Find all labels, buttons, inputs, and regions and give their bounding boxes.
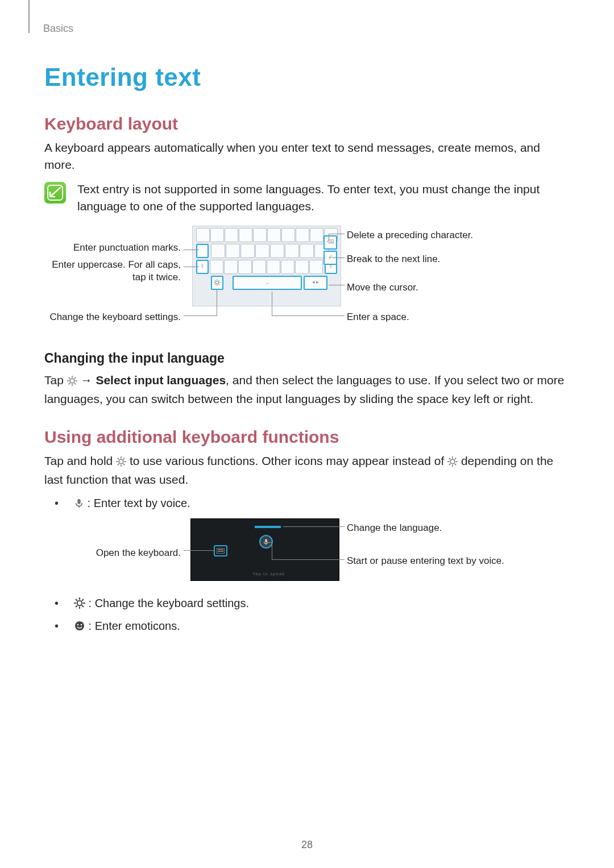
heading-change-input-language: Changing the input language [44,351,570,366]
callout-delete: Delete a preceding character. [347,229,506,242]
callout-change-language: Change the language. [347,522,495,534]
text-frag: to use various functions. Other icons ma… [130,454,447,467]
arrow: → [81,373,93,387]
keyboard-row [196,244,329,258]
callout-break: Break to the next line. [347,253,506,265]
callout-settings: Change the keyboard settings. [44,311,181,323]
svg-rect-15 [217,548,225,554]
key-cursor: ◂ ▸ [304,276,327,290]
key-delete: ⌫ [323,235,337,250]
list-item: : Change the keyboard settings. [44,595,570,614]
voice-box: Tap to speak [190,518,339,581]
voice-hint: Tap to speak [252,571,285,577]
callout-start-pause: Start or pause entering text by voice. [347,555,517,567]
callout-punctuation: Enter punctuation marks. [44,242,181,254]
callout-uppercase: Enter uppercase. For all caps, tap it tw… [44,259,181,284]
header-rule [28,0,30,33]
heading-keyboard-layout: Keyboard layout [44,114,570,134]
gear-icon [447,454,458,471]
keyboard-row [210,260,323,274]
gear-icon [74,596,85,614]
page-number: 28 [0,839,614,851]
note-text: Text entry is not supported in some lang… [77,181,570,215]
voice-mic-button [259,535,273,549]
bullet-text: : Enter text by voice. [88,497,190,509]
list-item: : Enter text by voice. [44,495,570,514]
key-punctuation [196,244,209,258]
callout-move: Move the cursor. [347,281,460,294]
note-icon [44,182,66,203]
gear-icon [67,373,77,391]
section-label: Basics [43,23,570,35]
paragraph-intro: A keyboard appears automatically when yo… [44,139,570,174]
text-bold: Select input languages [96,373,226,387]
keyboard-row [196,228,338,242]
gear-icon [116,454,126,471]
bullet-text: : Enter emoticons. [89,620,180,632]
key-settings [211,276,223,290]
keyboard-diagram: ⇧ ⇧ ⎵ ◂ ▸ ⌫ ↲ Enter punctuation marks. E… [44,226,570,339]
page-title: Entering text [44,63,570,92]
mic-icon [74,496,84,514]
paragraph-additional: Tap and hold to use various functions. O… [44,452,570,489]
voice-keyboard-button [214,545,227,556]
paragraph-change-language: Tap → Select input languages, and then s… [44,372,570,408]
list-item: : Enter emoticons. [44,617,570,637]
key-space: ⎵ [233,276,302,290]
voice-diagram: Tap to speak Open the keyboard. Change t… [44,518,570,587]
note-block: Text entry is not supported in some lang… [44,181,570,215]
emoticon-icon [74,619,85,637]
heading-additional-functions: Using additional keyboard functions [44,427,570,447]
callout-open-keyboard: Open the keyboard. [44,547,181,559]
text-frag: Tap and hold [44,454,116,467]
bullet-text: : Change the keyboard settings. [89,597,249,609]
text-frag: Tap [44,373,67,387]
voice-language-bar [255,526,281,528]
keyboard-area: ⇧ ⇧ ⎵ ◂ ▸ ⌫ ↲ [192,226,341,306]
callout-space: Enter a space. [347,311,460,323]
